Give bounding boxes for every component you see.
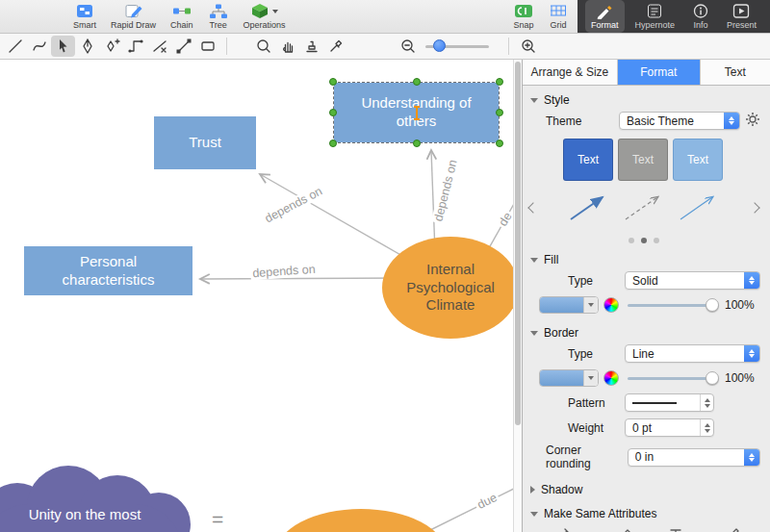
node-personal-characteristics[interactable]: Personal characteristics — [24, 246, 192, 295]
operations-button[interactable]: Operations — [238, 0, 292, 33]
border-pattern-dropdown[interactable] — [625, 393, 714, 412]
page-dot-active[interactable] — [641, 238, 647, 243]
connector-style-thin[interactable] — [673, 189, 723, 227]
selection-handle[interactable] — [496, 109, 503, 116]
color-dropdown-chevron-icon — [583, 370, 598, 386]
selection-handle[interactable] — [496, 139, 503, 147]
scrollbar-thumb[interactable] — [515, 62, 521, 425]
shape-tool-icon — [199, 38, 217, 55]
make-same-fill-button[interactable]: Fill — [546, 526, 588, 532]
pen-tool-button[interactable] — [75, 36, 99, 57]
pan-tool-button[interactable] — [275, 36, 299, 57]
theme-dropdown[interactable]: Basic Theme — [619, 112, 740, 130]
fill-type-value: Solid — [632, 274, 744, 288]
border-color-row: 100% — [523, 367, 765, 389]
hypernote-button[interactable]: Hypernote — [629, 0, 680, 33]
border-opacity-slider[interactable] — [628, 371, 719, 385]
zoom-tool-button[interactable] — [251, 36, 275, 57]
selection-handle[interactable] — [329, 109, 337, 116]
inspector-panel: Arrange & Size Format Text Style Theme B… — [522, 60, 770, 532]
zoom-in-button[interactable] — [516, 36, 540, 57]
format-painter-tool-button[interactable] — [299, 36, 323, 57]
fill-color-dropdown[interactable] — [539, 296, 599, 314]
connector-style-dashed[interactable] — [618, 189, 668, 227]
fill-section-header[interactable]: Fill — [523, 245, 765, 269]
tab-text[interactable]: Text — [701, 60, 770, 85]
eyedropper-icon — [327, 38, 345, 55]
format-button[interactable]: Format — [585, 0, 625, 33]
snap-button[interactable]: Snap — [507, 0, 540, 33]
border-weight-stepper[interactable]: 0 pt — [625, 418, 714, 437]
theme-swatch-gray[interactable]: Text — [618, 139, 668, 181]
node-understanding-of-others[interactable]: Understanding of others — [334, 83, 499, 142]
connector-style-solid[interactable] — [563, 189, 613, 227]
tab-arrange-size[interactable]: Arrange & Size — [523, 60, 618, 85]
operations-dropdown-caret — [272, 10, 278, 13]
style-pagination-dots — [523, 231, 765, 245]
curve-tool-button[interactable] — [27, 36, 51, 57]
slider-knob[interactable] — [706, 298, 719, 312]
theme-swatch-dark-blue[interactable]: Text — [563, 139, 613, 181]
zoom-slider[interactable] — [425, 38, 489, 54]
fill-opacity-slider[interactable] — [628, 298, 719, 312]
zoom-out-button[interactable] — [396, 36, 420, 57]
border-section-header[interactable]: Border — [523, 318, 765, 342]
vertical-scrollbar[interactable] — [513, 60, 522, 532]
zoom-slider-knob[interactable] — [433, 39, 446, 52]
selection-handle[interactable] — [329, 78, 337, 86]
page-dot[interactable] — [629, 238, 634, 243]
theme-value: Basic Theme — [627, 114, 724, 128]
selection-handle[interactable] — [413, 139, 421, 147]
smart-connector-tool-button[interactable] — [171, 36, 195, 57]
color-dropdown-chevron-icon — [583, 297, 598, 313]
info-button[interactable]: Info — [685, 0, 716, 33]
dropdown-chevrons-icon — [724, 113, 739, 129]
smart-button[interactable]: Smart — [67, 0, 102, 33]
rapid-draw-button[interactable]: Rapid Draw — [105, 0, 162, 33]
connector-remove-tool-button[interactable] — [147, 36, 171, 57]
page-dot[interactable] — [654, 238, 659, 243]
connector-tool-button[interactable] — [123, 36, 147, 57]
format-label: Format — [591, 20, 619, 30]
tab-format[interactable]: Format — [618, 60, 701, 85]
style-section-header[interactable]: Style — [523, 86, 765, 110]
eyedropper-tool-button[interactable] — [323, 36, 347, 57]
theme-swatch-light-blue[interactable]: Text — [673, 139, 723, 181]
shadow-section-header[interactable]: Shadow — [523, 475, 765, 499]
color-wheel-icon[interactable] — [603, 297, 619, 313]
border-type-dropdown[interactable]: Line — [625, 344, 760, 363]
make-same-border-button[interactable]: Border — [601, 526, 643, 532]
diagram-canvas[interactable]: Trust Understanding of others Personal c… — [0, 60, 513, 532]
add-anchor-tool-button[interactable] — [99, 36, 123, 57]
make-same-text-format-button[interactable]: Text Format — [655, 526, 698, 532]
corner-rounding-row: Corner rounding 0 in — [523, 442, 765, 472]
selection-handle[interactable] — [496, 78, 503, 86]
chain-button[interactable]: Chain — [165, 0, 199, 33]
present-button[interactable]: Present — [721, 0, 762, 33]
corner-rounding-dropdown[interactable]: 0 in — [628, 448, 760, 467]
tree-button[interactable]: Tree — [202, 0, 235, 33]
fill-type-dropdown[interactable]: Solid — [625, 271, 760, 290]
make-same-all-button[interactable]: All — [710, 526, 753, 532]
next-styles-chevron[interactable] — [749, 202, 759, 213]
color-wheel-icon[interactable] — [603, 370, 619, 386]
stamp-icon — [303, 38, 321, 55]
node-climate-label: Internal Psychological Climate — [392, 261, 509, 315]
previous-styles-chevron[interactable] — [527, 202, 538, 213]
equals-symbol[interactable]: = — [212, 508, 223, 531]
border-color-dropdown[interactable] — [539, 369, 599, 387]
select-tool-button[interactable] — [51, 36, 75, 57]
node-internal-psychological-climate[interactable]: Internal Psychological Climate — [382, 237, 513, 339]
make-same-section-header[interactable]: Make Same Attributes — [523, 499, 765, 523]
node-trust[interactable]: Trust — [154, 116, 256, 169]
solid-arrow-icon — [566, 191, 610, 224]
selection-handle[interactable] — [329, 139, 337, 147]
slider-knob[interactable] — [706, 371, 719, 385]
selection-handle[interactable] — [413, 78, 421, 86]
node-personal-label: Personal characteristics — [24, 253, 192, 290]
chain-icon — [171, 3, 192, 19]
line-tool-button[interactable] — [3, 36, 27, 57]
gear-icon[interactable] — [745, 112, 760, 130]
shape-tool-button[interactable] — [195, 36, 219, 57]
grid-button[interactable]: Grid — [543, 0, 574, 33]
